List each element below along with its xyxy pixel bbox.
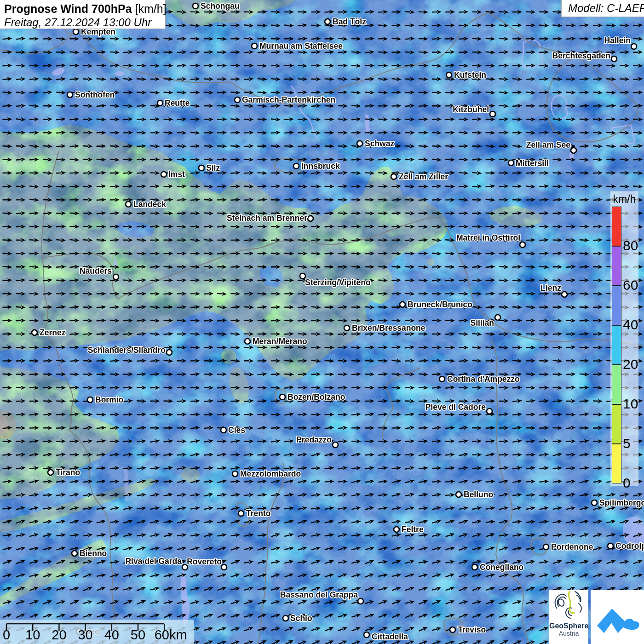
city-marker <box>358 598 363 604</box>
legend-color-box-40 <box>612 286 621 325</box>
city-marker <box>364 632 369 638</box>
city-label: Hallein <box>604 36 631 45</box>
city-marker-group: Silz <box>199 163 220 172</box>
city-label: Belluno <box>464 490 493 499</box>
geosphere-country: Austria <box>549 630 588 637</box>
legend-color-box-80 <box>612 207 621 246</box>
city-label: Conegliano <box>480 563 523 572</box>
city-label: Murnau am Staffelsee <box>259 41 343 51</box>
city-marker-group: Mezzolombardo <box>232 469 301 478</box>
legend-color-box-10 <box>612 365 621 404</box>
city-marker <box>495 315 500 320</box>
mountain-cloud-icon <box>591 590 644 644</box>
city-label: Bad Tölz <box>333 17 366 26</box>
title-unit: [km/h] <box>132 2 167 15</box>
city-marker <box>72 551 77 556</box>
city-label: Sillian <box>470 318 494 328</box>
city-label: Sonthofen <box>75 90 115 99</box>
map-title: Prognose Wind 700hPa [km/h] <box>4 2 161 16</box>
city-marker <box>439 376 445 382</box>
city-marker <box>400 302 405 307</box>
city-label: Rovereto <box>187 557 222 566</box>
city-label: Schio <box>290 614 312 623</box>
city-marker <box>235 97 240 103</box>
scale-tick-label: 0 <box>3 627 10 643</box>
city-label: Predazzo <box>296 435 332 444</box>
city-marker <box>631 44 637 49</box>
city-marker <box>221 427 226 433</box>
scale-tick-label: 20 <box>52 627 66 643</box>
city-marker <box>571 148 576 153</box>
city-marker <box>487 408 492 414</box>
city-marker <box>357 141 362 146</box>
city-label: Kufstein <box>454 70 486 80</box>
city-marker <box>592 500 597 506</box>
city-marker <box>48 470 53 475</box>
city-label: Silz <box>206 163 220 172</box>
city-label: Pordenone <box>551 542 593 552</box>
city-marker <box>394 527 399 532</box>
city-marker <box>608 543 613 549</box>
city-label: Kitzbühel <box>453 105 489 114</box>
city-marker <box>456 492 461 497</box>
weather-map-stage: SchongauBad TölzKemptenMurnau am Staffel… <box>0 0 644 644</box>
legend-tick-label: 0 <box>623 476 631 490</box>
map-valid-time: Freitag, 27.12.2024 13:00 Uhr <box>4 16 161 29</box>
legend-unit-label: km/h <box>610 193 638 206</box>
legend-tick-label: 80 <box>623 239 638 253</box>
geosphere-logo-box: GeoSphere Austria <box>549 590 588 644</box>
city-marker <box>87 397 93 402</box>
city-label: Schlanders/Silandro <box>88 345 166 355</box>
city-label: Brixen/Bressanone <box>352 323 426 333</box>
city-marker-group: Conegliano <box>472 563 523 572</box>
city-label: Codroipo <box>615 541 644 551</box>
map-title-box: Prognose Wind 700hPa [km/h] Freitag, 27.… <box>0 0 166 29</box>
city-label: Cortina d'Ampezzo <box>447 374 520 384</box>
city-marker <box>221 564 227 570</box>
city-marker-group: Meran/Merano <box>245 337 307 346</box>
city-marker <box>472 564 477 570</box>
legend-color-box-20 <box>612 325 621 365</box>
legend-tick-label: 5 <box>623 437 631 450</box>
city-label: Mezzolombardo <box>240 469 301 478</box>
city-label: Bozen/Bolzano <box>288 392 345 402</box>
model-label: Modell: C-LAEF <box>568 2 644 14</box>
city-label: Sterzing/Vipiteno <box>305 278 371 287</box>
city-label: Spilimbergo <box>599 498 644 507</box>
city-marker <box>543 544 549 550</box>
city-marker <box>73 29 79 34</box>
city-label: Schwaz <box>365 139 394 148</box>
city-marker <box>520 242 525 247</box>
city-label: Zell am Ziller <box>399 172 448 181</box>
city-marker-group: Cles <box>221 426 245 435</box>
city-label: Berchtesgaden <box>552 51 610 60</box>
city-label: Lienz <box>540 283 561 293</box>
city-marker-group: Berchtesgaden <box>552 51 617 62</box>
city-label: Zell am See <box>526 140 571 150</box>
city-marker <box>333 442 338 448</box>
scale-tick-label: 40 <box>104 627 119 643</box>
scale-tick-label: 10 <box>25 627 40 643</box>
legend-color-box-0 <box>612 444 621 483</box>
city-label: Treviso <box>458 625 486 634</box>
scale-tick-label: 50 <box>131 627 145 643</box>
city-marker <box>32 330 37 335</box>
city-marker <box>199 165 204 171</box>
city-label: Pieve di Cadore <box>426 402 486 412</box>
city-marker <box>113 274 119 280</box>
legend-tick-label: 40 <box>623 318 638 332</box>
legend-color-box-60 <box>612 246 621 286</box>
city-marker <box>344 325 350 331</box>
wind-forecast-map: SchongauBad TölzKemptenMurnau am Staffel… <box>0 0 644 644</box>
city-label: Innsbruck <box>301 161 340 171</box>
city-label: Matrei in Osttirol <box>456 233 520 242</box>
city-marker-group: Cortina d'Ampezzo <box>439 374 520 384</box>
city-marker <box>508 160 514 166</box>
city-label: Landeck <box>133 200 166 209</box>
city-label: Cittadella <box>372 632 408 641</box>
city-marker-group: Imst <box>161 170 185 179</box>
city-label: Reutte <box>165 98 190 108</box>
city-marker <box>450 627 455 632</box>
city-label: Meran/Merano <box>253 337 307 346</box>
city-marker <box>245 339 250 344</box>
